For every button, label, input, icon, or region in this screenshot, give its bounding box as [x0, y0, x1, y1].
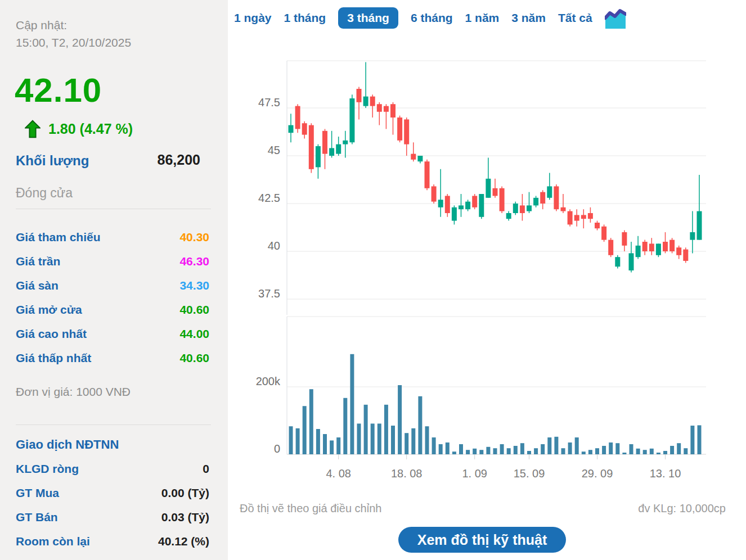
info-row: Room còn lại 40.12 (%) — [0, 529, 228, 553]
candle-body — [438, 200, 443, 207]
candle-body — [432, 186, 437, 201]
price-axis-label: 42.5 — [258, 192, 280, 204]
price-axis-label: 47.5 — [258, 96, 280, 109]
volume-bar — [343, 398, 347, 454]
candle-body — [676, 247, 681, 255]
candle-body — [417, 156, 423, 161]
info-row-label: Giá thấp nhất — [16, 351, 91, 365]
candle-body — [588, 213, 593, 219]
update-time: 15:00, T2, 20/10/2025 — [16, 36, 131, 49]
price-volume-chart[interactable]: 47.54542.54037.5200k04. 0818. 081. 0915.… — [230, 51, 745, 495]
volume-bar — [561, 448, 565, 454]
tab-1-thang[interactable]: 1 tháng — [284, 11, 326, 25]
volume-unit-note: đv KLg: 10,000cp — [638, 502, 726, 515]
candle-body — [404, 119, 409, 144]
tab-3-thang[interactable]: 3 tháng — [338, 7, 398, 29]
volume-bar — [296, 428, 300, 454]
candle-body — [357, 89, 362, 102]
tab-1-nam[interactable]: 1 năm — [465, 11, 500, 25]
candle-body — [390, 104, 396, 118]
volume-bar — [303, 406, 307, 454]
timeframe-tabs: 1 ngày 1 tháng 3 tháng 6 tháng 1 năm 3 n… — [234, 6, 626, 30]
info-row-value: 0 — [203, 462, 209, 476]
volume-bar — [323, 434, 327, 454]
tab-6-thang[interactable]: 6 tháng — [411, 11, 453, 25]
candle-body — [289, 125, 294, 133]
candle-body — [459, 205, 464, 209]
candle-body — [574, 215, 579, 220]
candle-body — [309, 125, 314, 169]
candle-body — [690, 232, 695, 240]
volume-bar — [643, 450, 647, 454]
volume-bar — [622, 453, 626, 454]
volume-bar — [630, 444, 633, 454]
volume-bar — [350, 354, 354, 454]
last-price: 42.10 — [15, 71, 102, 110]
volume-bar — [425, 426, 429, 454]
info-row-label: Giá cao nhất — [16, 327, 87, 341]
info-row: Giá trần 46.30 — [0, 249, 228, 273]
candle-body — [513, 204, 518, 213]
volume-bar — [391, 426, 395, 454]
volume-bar — [432, 437, 436, 454]
candle-body — [533, 198, 538, 206]
candle-body — [322, 131, 327, 154]
candle-body — [554, 186, 559, 209]
candle-body — [425, 161, 430, 188]
price-change-row: 1.80 (4.47 %) — [25, 120, 133, 138]
candle-body — [697, 211, 702, 240]
volume-bar — [698, 425, 702, 454]
x-axis-date-label: 4. 08 — [326, 467, 350, 480]
candle-body — [493, 188, 498, 196]
volume-bar — [582, 451, 586, 454]
tab-tat-ca[interactable]: Tất cả — [558, 11, 592, 25]
volume-value: 86,200 — [158, 152, 200, 168]
price-axis-label: 45 — [268, 144, 280, 156]
area-chart-icon[interactable] — [605, 7, 626, 29]
info-row-label: GT Mua — [16, 486, 59, 500]
info-row-value: 40.12 (%) — [158, 535, 209, 548]
foreign-trading-table: KLGD ròng 0 GT Mua 0.00 (Tỷ) GT Bán 0.03… — [0, 457, 228, 553]
info-row-label: Giá trần — [16, 255, 60, 268]
candle-body — [384, 106, 389, 112]
volume-bar — [677, 443, 681, 454]
x-axis-date-label: 1. 09 — [462, 467, 487, 480]
candle-body — [370, 97, 375, 106]
volume-bar — [364, 405, 368, 454]
info-row-value: 40.30 — [179, 231, 209, 244]
candle-body — [595, 223, 600, 228]
adjusted-price-note: Đồ thị vẽ theo giá điều chỉnh — [240, 502, 381, 515]
volume-bar — [520, 443, 524, 454]
candle-body — [622, 232, 627, 246]
view-technical-chart-button[interactable]: Xem đồ thị kỹ thuật — [398, 527, 566, 553]
stock-summary-sidebar: Cập nhật: 15:00, T2, 20/10/2025 42.10 1.… — [0, 0, 228, 560]
volume-bar — [316, 429, 320, 454]
info-row-value: 0.00 (Tỷ) — [161, 486, 209, 500]
x-axis-date-label: 18. 08 — [391, 467, 423, 480]
candle-body — [500, 188, 505, 211]
volume-bar — [609, 442, 613, 454]
tab-3-nam[interactable]: 3 năm — [511, 11, 546, 25]
info-row: GT Mua 0.00 (Tỷ) — [0, 481, 228, 505]
info-row: Giá thấp nhất 40.60 — [0, 346, 228, 370]
volume-bar — [636, 449, 640, 454]
volume-bar — [452, 451, 456, 454]
volume-label: Khối lượng — [16, 153, 89, 169]
candle-body — [642, 242, 648, 251]
candle-body — [601, 227, 606, 240]
candle-body — [506, 213, 511, 219]
volume-bar — [650, 449, 654, 454]
volume-bar — [330, 440, 334, 454]
candle-body — [445, 196, 450, 213]
price-unit-note: Đơn vị giá: 1000 VNĐ — [16, 385, 131, 399]
info-row-label: GT Bán — [16, 511, 58, 524]
volume-bar — [568, 442, 572, 454]
candle-body — [349, 98, 354, 142]
volume-bar — [309, 389, 313, 454]
info-row-value: 46.30 — [179, 255, 209, 268]
volume-bar — [439, 444, 443, 454]
candle-body — [411, 154, 416, 160]
tab-1-ngay[interactable]: 1 ngày — [234, 11, 272, 25]
candle-body — [547, 186, 552, 197]
x-axis-date-label: 13. 10 — [650, 467, 681, 480]
